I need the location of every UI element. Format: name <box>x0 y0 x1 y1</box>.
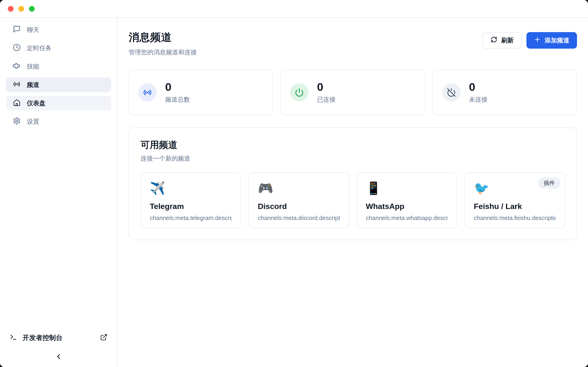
chevron-left-icon <box>55 352 62 361</box>
app-window: 聊天 定时任务 技能 频道 仪表盘 <box>0 0 588 367</box>
stat-card-disconnected: 0 未连接 <box>432 70 577 115</box>
plus-icon <box>534 36 541 44</box>
page-title: 消息频道 <box>129 30 197 44</box>
refresh-icon <box>491 36 497 44</box>
channel-description: channels:meta.feishu.description <box>474 215 556 222</box>
titlebar <box>0 0 588 18</box>
developer-console-link[interactable]: 开发者控制台 <box>0 331 117 345</box>
stat-label: 频道总数 <box>165 95 190 104</box>
sidebar-item-skills[interactable]: 技能 <box>6 59 111 74</box>
sidebar-item-chat[interactable]: 聊天 <box>6 23 111 37</box>
available-channels-title: 可用频道 <box>141 139 565 151</box>
plugin-badge: 插件 <box>538 177 561 189</box>
collapse-sidebar-button[interactable] <box>55 352 62 361</box>
channel-description: channels:meta.telegram.descript <box>150 215 232 222</box>
channel-name: Feishu / Lark <box>474 202 556 211</box>
channel-card-feishu-lark[interactable]: 插件 🐦 Feishu / Lark channels:meta.feishu.… <box>465 172 565 228</box>
broadcast-icon <box>13 80 21 90</box>
gamepad-emoji-icon: 🎮 <box>258 181 340 195</box>
channel-description: channels:meta.discord.descriptic <box>258 215 340 222</box>
close-window-button[interactable] <box>8 6 14 12</box>
sidebar-item-dashboard[interactable]: 仪表盘 <box>6 96 111 110</box>
stat-card-total-channels: 0 频道总数 <box>129 70 273 115</box>
available-channels-subtitle: 连接一个新的频道 <box>141 154 565 163</box>
external-link-icon[interactable] <box>100 334 107 342</box>
channel-card-whatsapp[interactable]: 📱 WhatsApp channels:meta.whatsapp.descri… <box>357 172 457 228</box>
sidebar-item-label: 仪表盘 <box>27 99 45 107</box>
puzzle-icon <box>13 62 21 71</box>
channel-description: channels:meta.whatsapp.descrip <box>366 215 448 222</box>
sidebar: 聊天 定时任务 技能 频道 仪表盘 <box>0 18 118 367</box>
sidebar-item-label: 设置 <box>27 117 39 126</box>
page-subtitle: 管理您的消息频道和连接 <box>129 48 197 56</box>
add-channel-button-label: 添加频道 <box>545 36 569 44</box>
stat-value: 0 <box>317 81 336 93</box>
add-channel-button[interactable]: 添加频道 <box>527 32 577 49</box>
page-header: 消息频道 管理您的消息频道和连接 刷新 添加频道 <box>129 30 577 56</box>
minimize-window-button[interactable] <box>18 6 24 12</box>
main-content: 消息频道 管理您的消息频道和连接 刷新 添加频道 <box>118 18 588 367</box>
channel-name: Discord <box>258 202 340 211</box>
channel-name: WhatsApp <box>366 202 448 211</box>
sidebar-item-channels[interactable]: 频道 <box>6 77 111 92</box>
stat-value: 0 <box>165 81 190 93</box>
sidebar-item-settings[interactable]: 设置 <box>6 114 111 129</box>
developer-console-label: 开发者控制台 <box>23 333 62 342</box>
chat-bubble-icon <box>13 25 21 35</box>
gear-icon <box>13 117 21 126</box>
sidebar-item-label: 频道 <box>27 81 39 89</box>
stat-label: 已连接 <box>317 95 336 104</box>
sidebar-footer: 开发者控制台 <box>0 331 117 361</box>
sidebar-nav: 聊天 定时任务 技能 频道 仪表盘 <box>0 23 117 129</box>
mobile-phone-emoji-icon: 📱 <box>366 181 448 195</box>
power-off-icon <box>442 83 460 102</box>
channel-card-discord[interactable]: 🎮 Discord channels:meta.discord.descript… <box>249 172 349 228</box>
zoom-window-button[interactable] <box>29 6 35 12</box>
refresh-button-label: 刷新 <box>501 36 514 44</box>
home-icon <box>13 99 21 108</box>
stat-label: 未连接 <box>469 95 488 104</box>
refresh-button[interactable]: 刷新 <box>483 32 522 49</box>
clock-icon <box>13 44 21 53</box>
stat-value: 0 <box>469 81 488 93</box>
stat-card-connected: 0 已连接 <box>280 70 425 115</box>
stats-row: 0 频道总数 0 已连接 <box>129 70 577 115</box>
channel-name: Telegram <box>150 202 232 211</box>
channel-card-telegram[interactable]: ✈️ Telegram channels:meta.telegram.descr… <box>141 172 241 228</box>
terminal-icon <box>10 334 17 342</box>
sidebar-item-scheduled-tasks[interactable]: 定时任务 <box>6 41 111 56</box>
broadcast-icon <box>138 83 157 102</box>
sidebar-item-label: 聊天 <box>27 26 39 34</box>
power-icon <box>290 83 309 102</box>
airplane-emoji-icon: ✈️ <box>150 181 232 195</box>
sidebar-item-label: 定时任务 <box>27 44 52 52</box>
channel-grid: ✈️ Telegram channels:meta.telegram.descr… <box>141 172 565 228</box>
available-channels-panel: 可用频道 连接一个新的频道 ✈️ Telegram channels:meta.… <box>129 127 577 240</box>
header-actions: 刷新 添加频道 <box>483 32 577 49</box>
sidebar-item-label: 技能 <box>27 62 39 71</box>
